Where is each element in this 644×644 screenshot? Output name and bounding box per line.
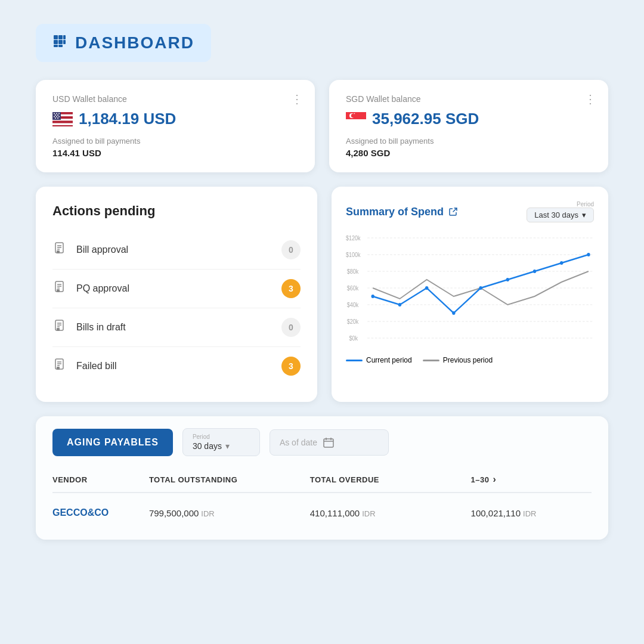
spend-header: Summary of Spend Period Last 30 days ▾ (346, 201, 594, 222)
failed-bill-icon (52, 358, 68, 374)
svg-point-22 (56, 116, 57, 117)
overdue-value: 410,111,000IDR (310, 508, 471, 518)
legend-current: Current period (346, 356, 412, 364)
action-pq-approval[interactable]: PQ approval 3 (52, 270, 301, 308)
svg-point-19 (55, 114, 56, 116)
svg-rect-3 (54, 40, 58, 44)
action-bills-draft[interactable]: Bills in draft 0 (52, 308, 301, 347)
pq-approval-icon (52, 281, 68, 297)
legend-current-line (346, 360, 363, 361)
chart-legend: Current period Previous period (346, 356, 594, 364)
bill-approval-icon (52, 242, 68, 258)
bills-draft-icon (52, 320, 68, 336)
aging-payables-section: AGING PAYABLES Period 30 days ▾ As of da… (36, 416, 608, 540)
svg-text:$0k: $0k (349, 335, 358, 342)
aging-payables-button[interactable]: AGING PAYABLES (52, 429, 173, 456)
svg-rect-12 (52, 120, 73, 122)
sgd-wallet-card: ⋮ SGD Wallet balance 35,962.95 SGD Assig… (329, 80, 608, 172)
svg-rect-35 (57, 250, 60, 253)
svg-rect-7 (58, 45, 63, 47)
svg-point-29 (351, 113, 355, 117)
svg-rect-45 (57, 328, 60, 331)
bill-approval-label: Bill approval (76, 244, 273, 255)
svg-text:$100k: $100k (346, 252, 361, 259)
svg-rect-50 (57, 367, 60, 370)
svg-point-68 (452, 311, 455, 315)
svg-point-67 (425, 286, 428, 290)
svg-rect-74 (324, 439, 333, 447)
period-button[interactable]: Last 30 days ▾ (527, 208, 594, 222)
svg-rect-40 (57, 289, 60, 292)
period-chevron-icon: ▾ (225, 441, 230, 451)
sgd-assigned-value: 4,280 SGD (346, 148, 592, 158)
spend-chart-svg: $120k $100k $80k $60k $40k $20k $0k (346, 232, 594, 351)
svg-rect-13 (52, 123, 73, 125)
th-outstanding: TOTAL OUTSTANDING (149, 475, 310, 484)
svg-rect-4 (58, 40, 63, 44)
days-value: 100,021,110IDR (471, 508, 592, 518)
th-days: 1–30 › (471, 474, 592, 485)
spend-card: Summary of Spend Period Last 30 days ▾ (332, 187, 608, 402)
svg-rect-6 (54, 45, 58, 47)
svg-point-24 (55, 117, 56, 119)
usd-assigned-label: Assigned to bill payments (52, 137, 298, 145)
actions-pending-title: Actions pending (52, 203, 301, 219)
action-failed-bill[interactable]: Failed bill 3 (52, 347, 301, 385)
svg-point-66 (398, 303, 401, 306)
svg-rect-1 (58, 35, 63, 39)
vendor-name[interactable]: GECCO&CO (52, 507, 149, 518)
svg-text:$120k: $120k (346, 235, 361, 242)
period-filter-button[interactable]: Period 30 days ▾ (182, 428, 260, 456)
svg-point-73 (587, 253, 590, 256)
svg-rect-5 (63, 40, 66, 44)
bills-draft-label: Bills in draft (76, 322, 273, 333)
bill-approval-badge: 0 (281, 240, 301, 259)
table-next-arrow[interactable]: › (493, 474, 497, 485)
period-selector: Period Last 30 days ▾ (527, 201, 594, 222)
svg-rect-27 (346, 119, 366, 126)
svg-point-72 (560, 261, 563, 265)
svg-point-23 (58, 116, 60, 117)
sgd-wallet-amount: 35,962.95 SGD (346, 110, 592, 128)
svg-point-18 (58, 113, 60, 114)
us-flag-icon (52, 112, 73, 126)
legend-previous: Previous period (423, 356, 493, 364)
usd-wallet-label: USD Wallet balance (52, 94, 298, 104)
action-bill-approval[interactable]: Bill approval 0 (52, 231, 301, 270)
as-of-date-button[interactable]: As of date (270, 429, 389, 456)
svg-text:$60k: $60k (347, 285, 359, 292)
spend-chart: $120k $100k $80k $60k $40k $20k $0k (346, 232, 594, 351)
usd-card-menu[interactable]: ⋮ (291, 92, 303, 106)
svg-point-17 (56, 113, 57, 114)
calendar-icon (323, 437, 334, 448)
failed-bill-badge: 3 (281, 357, 301, 376)
pq-approval-label: PQ approval (76, 283, 273, 294)
grid-icon (52, 34, 67, 52)
aging-payables-header: AGING PAYABLES Period 30 days ▾ As of da… (52, 428, 592, 456)
sgd-assigned-label: Assigned to bill payments (346, 137, 592, 145)
middle-cards-row: Actions pending Bill approval 0 (36, 187, 608, 402)
svg-point-20 (57, 114, 58, 116)
spend-title: Summary of Spend (346, 206, 458, 218)
usd-wallet-card: ⋮ USD Wallet balance (36, 80, 315, 172)
actions-pending-card: Actions pending Bill approval 0 (36, 187, 317, 402)
table-header: VENDOR TOTAL OUTSTANDING TOTAL OVERDUE 1… (52, 467, 592, 493)
svg-text:$80k: $80k (347, 268, 359, 275)
svg-rect-2 (63, 35, 66, 39)
svg-text:$40k: $40k (347, 302, 359, 309)
outstanding-value: 799,500,000IDR (149, 508, 310, 518)
sgd-wallet-label: SGD Wallet balance (346, 94, 592, 104)
bills-draft-badge: 0 (281, 318, 301, 337)
failed-bill-label: Failed bill (76, 361, 273, 371)
svg-point-25 (57, 117, 58, 119)
page-title: DASHBOARD (75, 33, 194, 52)
usd-wallet-amount: 1,184.19 USD (52, 110, 298, 128)
pq-approval-badge: 3 (281, 279, 301, 298)
svg-rect-26 (346, 112, 366, 119)
table-row: GECCO&CO 799,500,000IDR 410,111,000IDR 1… (52, 498, 592, 528)
sgd-card-menu[interactable]: ⋮ (584, 92, 596, 106)
sg-flag-icon (346, 112, 366, 126)
external-link-icon[interactable] (448, 207, 458, 216)
header-bar: DASHBOARD (36, 24, 211, 62)
usd-amount-value: 1,184.19 USD (79, 110, 176, 128)
